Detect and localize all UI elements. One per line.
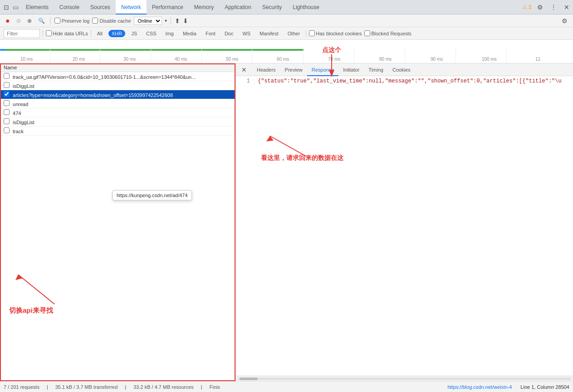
row-checkbox-2[interactable] xyxy=(4,82,10,88)
row-checkbox-4[interactable] xyxy=(4,100,10,106)
status-separator-1: | xyxy=(47,384,48,390)
tab-performance[interactable]: Performance xyxy=(147,0,189,15)
tab-response[interactable]: Response xyxy=(307,63,339,76)
filter-manifest[interactable]: Manifest xyxy=(256,30,282,37)
filter-doc[interactable]: Doc xyxy=(221,30,237,37)
tab-headers[interactable]: Headers xyxy=(252,63,280,76)
tab-console[interactable]: Console xyxy=(54,0,85,15)
status-transferred: 35.1 kB / 3.7 MB transferred xyxy=(55,384,118,390)
filter-font[interactable]: Font xyxy=(202,30,219,37)
more-icon[interactable]: ⋮ xyxy=(549,2,558,13)
disable-cache-text: Disable cache xyxy=(99,18,131,24)
hide-data-urls-text: Hide data URLs xyxy=(53,31,88,36)
response-hscrollbar[interactable] xyxy=(236,376,573,381)
row-name-7: track xyxy=(0,126,235,136)
filter-input[interactable] xyxy=(4,29,40,38)
filter-sep2 xyxy=(91,30,91,37)
stop-button[interactable]: ⊘ xyxy=(15,17,23,25)
table-row[interactable]: 474 xyxy=(0,108,235,117)
preserve-log-text: Preserve log xyxy=(62,18,90,24)
table-row[interactable]: isDiggList xyxy=(0,117,235,126)
search-button[interactable]: 🔍 xyxy=(36,17,47,25)
tab-cookies[interactable]: Cookies xyxy=(388,63,415,76)
table-row[interactable]: track_ua.gif?APIVersion=0.6.0&cid=10_190… xyxy=(0,72,235,81)
hide-data-urls-label[interactable]: Hide data URLs xyxy=(46,30,88,36)
tick-line-7 xyxy=(354,47,354,63)
status-requests: 7 / 201 requests xyxy=(4,384,39,390)
filter-other[interactable]: Other xyxy=(284,30,304,37)
tab-lighthouse[interactable]: Lighthouse xyxy=(287,0,325,15)
close-icon[interactable]: ✕ xyxy=(562,2,571,13)
sep2 xyxy=(171,17,171,24)
row-checkbox-5[interactable] xyxy=(4,109,10,115)
blocked-requests-label[interactable]: Blocked Requests xyxy=(364,30,411,36)
hscroll-track xyxy=(238,377,571,380)
settings-icon[interactable]: ⚙ xyxy=(535,2,545,13)
tab-preview[interactable]: Preview xyxy=(280,63,307,76)
blocked-cookies-label[interactable]: Has blocked cookies xyxy=(309,30,362,36)
row-name-1: track_ua.gif?APIVersion=0.6.0&cid=10_190… xyxy=(0,72,235,81)
tab-timing[interactable]: Timing xyxy=(364,63,388,76)
throttle-chevron: ▾ xyxy=(165,18,167,23)
blocked-requests-checkbox[interactable] xyxy=(364,30,370,36)
filter-all[interactable]: All xyxy=(94,30,106,37)
filter-button[interactable]: ⊗ xyxy=(25,17,34,25)
tab-security[interactable]: Security xyxy=(257,0,287,15)
network-settings-icon[interactable]: ⚙ xyxy=(560,15,569,26)
disable-cache-label[interactable]: Disable cache xyxy=(92,18,131,24)
disable-cache-checkbox[interactable] xyxy=(92,18,98,24)
blocked-requests-text: Blocked Requests xyxy=(371,31,411,36)
tab-application[interactable]: Application xyxy=(219,0,257,15)
row-checkbox-1[interactable] xyxy=(4,73,10,79)
network-list-scroll[interactable]: Name track_ua.gif?APIVersion=0.6.0&cid=1… xyxy=(0,63,235,381)
timeline-area: 10 ms 20 ms 30 ms 40 ms 50 ms 60 ms 70 m… xyxy=(0,40,573,63)
table-row[interactable]: unread xyxy=(0,99,235,108)
record-button[interactable]: ● xyxy=(4,16,12,26)
table-row-selected[interactable]: articles?type=more&category=home&shown_o… xyxy=(0,90,235,99)
filter-media[interactable]: Media xyxy=(180,30,200,37)
throttle-select[interactable]: Online xyxy=(134,17,162,25)
filter-js[interactable]: JS xyxy=(128,30,140,37)
status-url-hint: https://blog.csdn.net/weixin-4 xyxy=(447,384,512,390)
tick-70ms: 70 ms xyxy=(328,57,340,62)
filter-xhr[interactable]: XHR xyxy=(108,30,125,37)
filter-ws[interactable]: WS xyxy=(239,30,254,37)
filter-img[interactable]: Img xyxy=(162,30,177,37)
tab-memory[interactable]: Memory xyxy=(189,0,219,15)
preserve-log-checkbox[interactable] xyxy=(54,18,60,24)
row-checkbox-6[interactable] xyxy=(4,118,10,124)
status-resources: 33.2 kB / 4.7 MB resources xyxy=(133,384,194,390)
table-row[interactable]: track xyxy=(0,126,235,136)
panel-close-button[interactable]: ✕ xyxy=(240,66,249,73)
tab-initiator[interactable]: Initiator xyxy=(338,63,364,76)
export-button[interactable]: ⬇ xyxy=(183,17,188,24)
preserve-log-label[interactable]: Preserve log xyxy=(54,18,90,24)
devtools-icon-area: ⚠ 5 ⚙ ⋮ ✕ xyxy=(522,2,571,13)
tick-20ms: 20 ms xyxy=(73,57,85,62)
row-name-5: 474 xyxy=(0,108,235,117)
tick-50ms: 50 ms xyxy=(226,57,238,62)
tab-network[interactable]: Network xyxy=(116,0,147,15)
timeline-ruler: 10 ms 20 ms 30 ms 40 ms 50 ms 60 ms 70 m… xyxy=(0,40,573,63)
status-bar: 7 / 201 requests | 35.1 kB / 3.7 MB tran… xyxy=(0,381,573,392)
import-button[interactable]: ⬆ xyxy=(175,17,180,24)
left-panel: Name track_ua.gif?APIVersion=0.6.0&cid=1… xyxy=(0,63,236,381)
blocked-cookies-checkbox[interactable] xyxy=(309,30,315,36)
blocked-cookies-text: Has blocked cookies xyxy=(316,31,362,36)
table-row[interactable]: isDiggList xyxy=(0,81,235,90)
tab-elements[interactable]: Elements xyxy=(20,0,54,15)
tab-sources[interactable]: Sources xyxy=(85,0,116,15)
response-line-1: 1 {"status":"true","last_view_time":null… xyxy=(236,78,573,84)
tick-line-3 xyxy=(151,47,151,63)
row-checkbox-3[interactable] xyxy=(4,91,10,97)
device-icon[interactable]: ▭ xyxy=(11,2,20,13)
hscroll-thumb[interactable] xyxy=(240,377,258,380)
tick-100ms: 100 ms xyxy=(482,57,497,62)
hide-data-urls-checkbox[interactable] xyxy=(46,30,52,36)
name-column-header: Name xyxy=(0,63,235,72)
row-checkbox-7[interactable] xyxy=(4,127,10,133)
response-content[interactable]: 1 {"status":"true","last_view_time":null… xyxy=(236,76,573,376)
status-separator-2: | xyxy=(125,384,126,390)
inspect-icon[interactable]: ⊡ xyxy=(2,2,11,13)
filter-css[interactable]: CSS xyxy=(143,30,160,37)
